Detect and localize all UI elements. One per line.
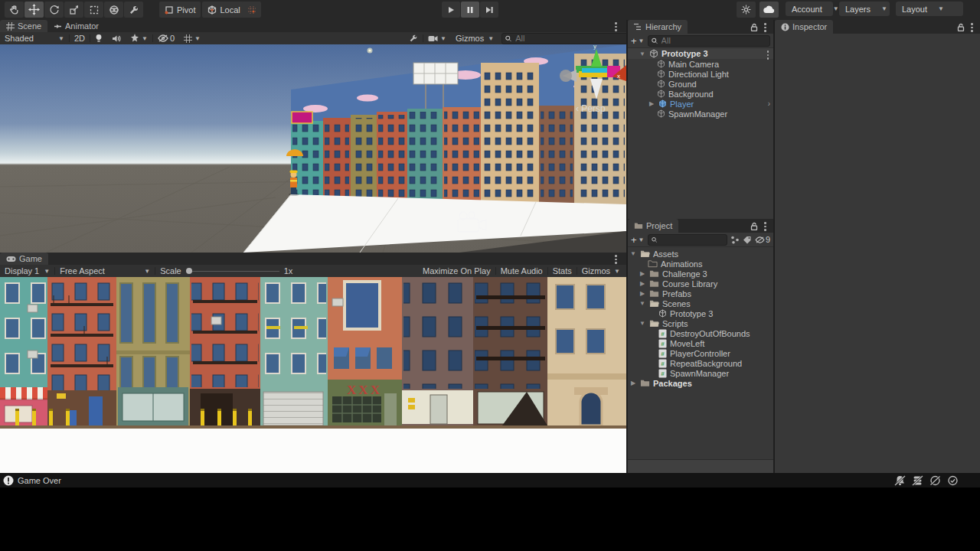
scene-gizmos-dropdown[interactable]: Gizmos▼ (451, 32, 498, 44)
scene-hidden-objects[interactable]: 0 (153, 32, 179, 44)
scene-search-input[interactable] (514, 33, 628, 44)
hierarchy-menu-icon[interactable] (764, 23, 766, 32)
hierarchy-search[interactable] (648, 35, 770, 47)
scene-row-menu-icon[interactable] (767, 51, 769, 60)
lock-icon[interactable] (957, 23, 965, 31)
tab-game[interactable]: Game (0, 253, 48, 265)
scene-audio-toggle[interactable] (107, 32, 126, 44)
project-item-scripts[interactable]: ▼ Scripts (628, 318, 773, 328)
hierarchy-item-ground[interactable]: Ground (628, 79, 773, 89)
project-item-moveleft[interactable]: # MoveLeft (628, 338, 773, 348)
project-search-input[interactable] (659, 234, 724, 245)
shading-mode-dropdown[interactable]: Shaded▼ (0, 32, 69, 44)
scene-grid-dropdown[interactable]: ▼ (179, 32, 205, 44)
custom-tools-icon[interactable] (124, 2, 143, 18)
layers-dropdown[interactable]: Layers▼ (839, 2, 890, 16)
scene-camera-dropdown[interactable]: ▼ (423, 32, 451, 44)
account-dropdown[interactable]: Account▼ (786, 2, 833, 16)
project-menu-icon[interactable] (764, 222, 766, 231)
debug-services-icon[interactable] (737, 2, 756, 18)
hand-tool-icon[interactable] (5, 2, 24, 18)
scene-effects-dropdown[interactable]: ▼ (126, 32, 152, 44)
project-item-packages[interactable]: ▶ Packages (628, 378, 773, 388)
hierarchy-create-button[interactable]: +▼ (631, 35, 645, 47)
move-tool-icon[interactable] (24, 2, 44, 18)
hierarchy-search-input[interactable] (660, 35, 766, 46)
status-bar[interactable]: Game Over (0, 473, 980, 487)
inspector-menu-icon[interactable] (971, 23, 973, 32)
mute-audio-toggle[interactable]: Mute Audio (496, 265, 547, 277)
expand-arrow-icon[interactable]: ▶ (639, 280, 646, 287)
local-toggle[interactable]: Local (202, 2, 245, 18)
aspect-dropdown[interactable]: Free Aspect▼ (55, 265, 155, 277)
scene-panel-menu-icon[interactable] (615, 22, 617, 31)
search-by-label-icon[interactable] (743, 236, 752, 244)
stats-toggle[interactable]: Stats (548, 265, 577, 277)
hierarchy-item-background[interactable]: Background (628, 89, 773, 99)
lock-icon[interactable] (750, 23, 758, 31)
project-item-prefabs[interactable]: ▶ Prefabs (628, 289, 773, 298)
project-item-repeatbackground[interactable]: # RepeatBackground (628, 358, 773, 368)
tab-scene[interactable]: Scene (0, 20, 47, 32)
rotate-tool-icon[interactable] (44, 2, 64, 18)
lock-icon[interactable] (750, 222, 758, 230)
scene-search[interactable] (501, 33, 632, 44)
tab-hierarchy[interactable]: Hierarchy (628, 20, 688, 34)
game-panel-menu-icon[interactable] (615, 255, 617, 264)
progress-check-icon[interactable] (947, 475, 959, 486)
project-item-scenes[interactable]: ▼ Scenes (628, 298, 773, 308)
search-by-type-icon[interactable] (730, 236, 740, 244)
hidden-packages-count[interactable]: 9 (755, 235, 770, 244)
editor-tools-icon[interactable] (404, 32, 423, 44)
hierarchy-item-main-camera[interactable]: Main Camera (628, 59, 773, 69)
game-viewport[interactable]: XXX (0, 277, 626, 473)
pause-button[interactable] (461, 2, 479, 18)
collapse-arrow-icon[interactable]: ▼ (639, 320, 646, 327)
hierarchy-item-player[interactable]: ▶ Player › (628, 99, 773, 109)
expand-arrow-icon[interactable]: ▶ (639, 290, 646, 297)
scene-lighting-toggle[interactable] (90, 32, 107, 44)
tab-inspector[interactable]: Inspector (775, 20, 833, 34)
project-search[interactable] (648, 234, 727, 246)
cache-server-disabled-icon[interactable] (912, 475, 923, 486)
cloud-collab-icon[interactable] (760, 2, 779, 18)
project-create-button[interactable]: +▼ (631, 234, 645, 246)
collapse-arrow-icon[interactable]: ▼ (629, 250, 637, 257)
collapse-arrow-icon[interactable]: ▼ (639, 51, 646, 57)
collapse-arrow-icon[interactable]: ▼ (639, 300, 646, 307)
project-item-animations[interactable]: Animations (628, 259, 773, 269)
expand-arrow-icon[interactable]: ▶ (648, 100, 655, 107)
maximize-on-play-toggle[interactable]: Maximize On Play (418, 265, 495, 277)
game-gizmos-dropdown[interactable]: Gizmos▼ (577, 265, 625, 277)
project-item-assets[interactable]: ▼ Assets (628, 249, 773, 259)
hierarchy-scene-row[interactable]: ▼ Prototype 3 (628, 48, 773, 59)
pivot-toggle[interactable]: Pivot (159, 2, 201, 18)
project-item-playercontroller[interactable]: # PlayerController (628, 348, 773, 358)
play-button[interactable] (442, 2, 460, 18)
expand-arrow-icon[interactable]: ▶ (629, 380, 637, 386)
project-item-course-library[interactable]: ▶ Course Library (628, 279, 773, 289)
project-item-prototype3-scene[interactable]: Prototype 3 (628, 308, 773, 318)
expand-arrow-icon[interactable]: ▶ (639, 270, 646, 277)
2d-toggle[interactable]: 2D (70, 32, 90, 44)
notifications-muted-icon[interactable] (894, 475, 906, 486)
prefab-open-arrow-icon[interactable]: › (768, 99, 770, 108)
transform-tool-icon[interactable] (104, 2, 123, 18)
scale-slider-knob[interactable] (186, 268, 192, 274)
tab-animator[interactable]: Animator (47, 20, 105, 32)
project-item-destroyoutofbounds[interactable]: # DestroyOutOfBounds (628, 328, 773, 338)
tab-project[interactable]: Project (628, 219, 678, 233)
project-item-challenge3[interactable]: ▶ Challenge 3 (628, 269, 773, 279)
layout-dropdown[interactable]: Layout▼ (896, 2, 963, 16)
rect-tool-icon[interactable] (84, 2, 103, 18)
scene-viewport[interactable]: y x ‹ Persp (0, 44, 626, 253)
project-item-spawnmanager-script[interactable]: # SpawnManager (628, 368, 773, 378)
scale-tool-icon[interactable] (64, 2, 83, 18)
hierarchy-item-directional-light[interactable]: Directional Light (628, 69, 773, 79)
scale-slider[interactable] (186, 267, 279, 275)
hierarchy-item-spawnmanager[interactable]: SpawnManager (628, 109, 773, 119)
step-button[interactable] (480, 2, 498, 18)
display-dropdown[interactable]: Display 1▼ (0, 265, 54, 277)
grid-snap-icon[interactable] (242, 2, 261, 18)
collab-disabled-icon[interactable] (929, 475, 941, 486)
